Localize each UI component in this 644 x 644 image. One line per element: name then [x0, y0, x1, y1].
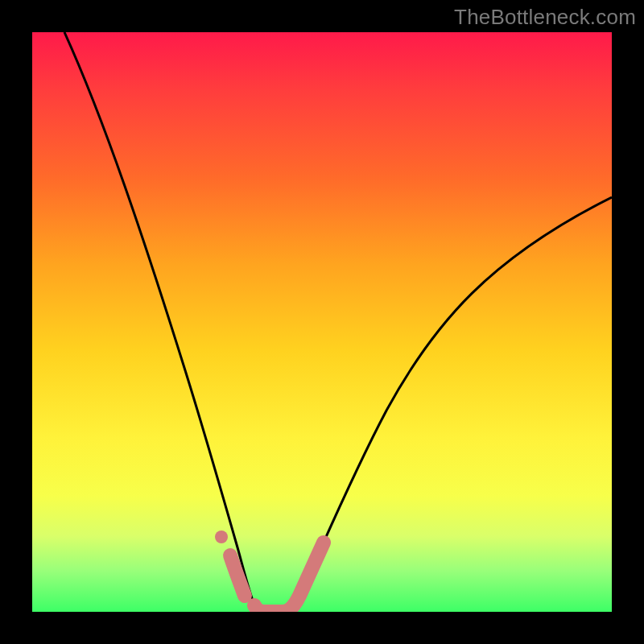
- watermark-text: TheBottleneck.com: [454, 5, 636, 30]
- marker-segment-bottom: [254, 543, 324, 612]
- bottleneck-curve: [64, 32, 612, 612]
- plot-area: [32, 32, 612, 612]
- chart-svg: [32, 32, 612, 612]
- chart-frame: TheBottleneck.com: [0, 0, 644, 644]
- marker-dot-left: [215, 530, 228, 543]
